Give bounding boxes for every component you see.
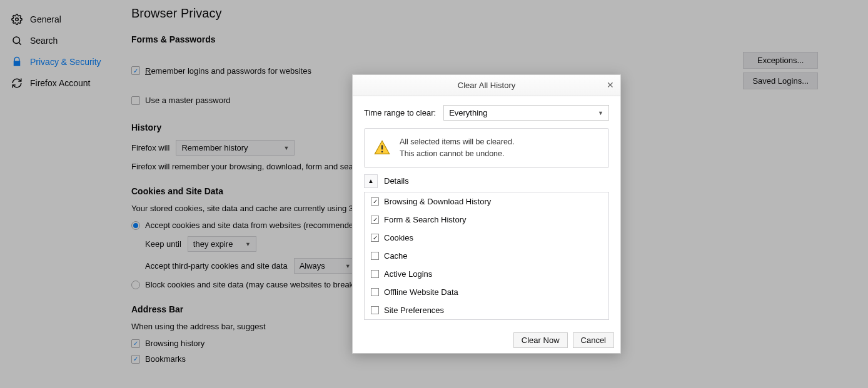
time-range-value: Everything (449, 108, 487, 117)
close-icon[interactable]: ✕ (607, 80, 614, 90)
chevron-up-icon: ▲ (364, 174, 378, 188)
details-label: Details (384, 176, 409, 186)
checkbox[interactable] (371, 306, 379, 314)
chevron-down-icon: ▼ (598, 110, 603, 116)
list-item[interactable]: Cookies (365, 229, 608, 247)
svg-rect-4 (381, 151, 383, 152)
dialog-body: Time range to clear: Everything ▼ All se… (353, 96, 620, 327)
list-item[interactable]: Browsing & Download History (365, 192, 608, 211)
checkbox[interactable] (371, 216, 379, 224)
list-item[interactable]: Form & Search History (365, 211, 608, 229)
svg-rect-3 (381, 145, 383, 149)
dialog-title: Clear All History (458, 81, 515, 90)
warning-box: All selected items will be cleared. This… (364, 128, 609, 168)
details-toggle[interactable]: ▲ Details (364, 174, 609, 188)
checkbox[interactable] (371, 252, 379, 260)
dialog-header: Clear All History ✕ (353, 75, 620, 96)
list-item[interactable]: Offline Website Data (365, 283, 608, 301)
time-range-select[interactable]: Everything ▼ (443, 105, 609, 121)
checkbox[interactable] (371, 288, 379, 296)
details-list: Browsing & Download History Form & Searc… (364, 192, 609, 320)
list-item[interactable]: Active Logins (365, 265, 608, 283)
warning-icon (373, 139, 391, 157)
list-item[interactable]: Cache (365, 247, 608, 265)
cancel-button[interactable]: Cancel (573, 332, 614, 348)
checkbox[interactable] (371, 197, 379, 206)
warning-text: All selected items will be cleared. This… (400, 136, 514, 160)
checkbox[interactable] (371, 234, 379, 242)
time-range-row: Time range to clear: Everything ▼ (364, 105, 609, 121)
checkbox[interactable] (371, 270, 379, 278)
dialog-footer: Clear Now Cancel (353, 327, 620, 353)
clear-history-dialog: Clear All History ✕ Time range to clear:… (352, 74, 621, 354)
list-item[interactable]: Site Preferences (365, 301, 608, 319)
time-range-label: Time range to clear: (364, 108, 436, 117)
clear-now-button[interactable]: Clear Now (513, 332, 568, 348)
